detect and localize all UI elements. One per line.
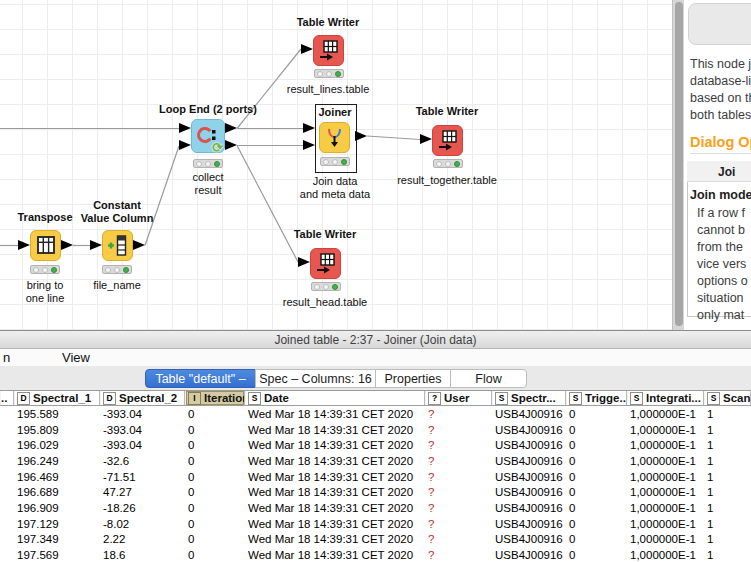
node-label-result-lines: result_lines.table [287,83,370,95]
cell: -8.02 [100,518,185,530]
table-row[interactable]: 196.029-393.040Wed Mar 18 14:39:31 CET 2… [0,437,751,453]
cell: 1 [704,408,751,420]
column-header-Spectral_2[interactable]: DSpectral_2 [100,391,185,405]
transpose-icon [31,231,60,260]
table-row[interactable]: 195.809-393.040Wed Mar 18 14:39:31 CET 2… [0,422,751,438]
input-port[interactable] [301,44,313,54]
table-row[interactable]: 196.469-71.510Wed Mar 18 14:39:31 CET 20… [0,469,751,485]
node-label-result-head: result_head.table [283,296,367,308]
cell: USB4J00916 [492,486,566,498]
input-port[interactable] [179,140,191,150]
node-icon-table-writer-together[interactable] [432,125,463,156]
cell: Wed Mar 18 14:39:31 CET 2020 [245,455,425,467]
node-label-result-together: result_together.table [397,174,497,186]
cell: 1 [704,533,751,545]
cell: ? [425,502,492,514]
column-type-icon: D [103,392,116,405]
table-row[interactable]: 197.3492.220Wed Mar 18 14:39:31 CET 2020… [0,532,751,548]
output-port[interactable] [225,123,237,133]
cell: 0 [185,502,245,514]
window-title: Joined table - 2:37 - Joiner (Join data) [0,331,751,349]
tab-spec[interactable]: Spec – Columns: 16 [255,369,376,388]
cell: 1 [704,549,751,561]
node-icon-constant-value-column[interactable] [102,230,133,261]
table-body: 195.589-393.040Wed Mar 18 14:39:31 CET 2… [0,406,751,562]
input-port[interactable] [18,240,30,250]
node-icon-table-writer-lines[interactable] [313,35,344,66]
column-header-Spectral_1[interactable]: DSpectral_1 [14,391,100,405]
node-icon-table-writer-head[interactable] [310,248,341,279]
table-writer-icon [314,36,343,65]
column-header-Scans[interactable]: SScans [704,391,751,405]
output-port[interactable] [355,131,367,141]
cell: 0 [566,549,627,561]
column-type-icon: D [17,392,30,405]
column-header-Date[interactable]: SDate [245,391,425,405]
cell: 2.22 [100,533,185,545]
input-port[interactable] [303,140,315,150]
output-port[interactable] [225,140,237,150]
cell: 47.27 [100,486,185,498]
cell: 1 [704,471,751,483]
column-header-label: Date [264,392,289,404]
cell: 0 [185,471,245,483]
column-header-Spectr[interactable]: SSpectr... [492,391,566,405]
node-title-table-writer-lines: Table Writer [297,16,360,28]
cell: Wed Mar 18 14:39:31 CET 2020 [245,502,425,514]
output-port[interactable] [133,240,145,250]
table-row[interactable]: 196.249-32.60Wed Mar 18 14:39:31 CET 202… [0,453,751,469]
cell: 1,000000E-1 [627,533,704,545]
column-header-label: Spectr... [511,392,556,404]
tab-flow-variables[interactable]: Flow Variables [450,369,527,388]
cell: -393.04 [100,424,185,436]
node-title-joiner: Joiner [318,106,351,118]
cell: ? [425,455,492,467]
cell: 0 [185,533,245,545]
menu-item-view[interactable]: View [62,350,90,365]
cell: 1,000000E-1 [627,518,704,530]
table-row[interactable]: 197.56918.60Wed Mar 18 14:39:31 CET 2020… [0,547,751,562]
cell: USB4J00916 [492,471,566,483]
node-icon-joiner[interactable] [319,122,350,153]
node-description-panel: This node j database-like based on th bo… [684,0,751,330]
column-type-icon: S [495,392,508,405]
node-title-loop-end: Loop End (2 ports) [159,103,257,115]
input-port[interactable] [298,257,310,267]
vertical-scrollbar[interactable] [672,0,684,330]
table-row[interactable]: 196.68947.270Wed Mar 18 14:39:31 CET 202… [0,484,751,500]
cell: 197.569 [14,549,100,561]
column-header-Trigge[interactable]: STrigge... [566,391,627,405]
tab-properties[interactable]: Properties [375,369,451,388]
table-row[interactable]: 197.129-8.020Wed Mar 18 14:39:31 CET 202… [0,516,751,532]
table-row[interactable]: 195.589-393.040Wed Mar 18 14:39:31 CET 2… [0,406,751,422]
cell: 0 [185,408,245,420]
workflow-canvas[interactable]: Table Writer result_lines.table Loop End… [0,0,672,330]
column-header-rowid[interactable]: .. [0,391,14,405]
column-header-User[interactable]: ?User [425,391,492,405]
input-port[interactable] [303,123,315,133]
output-port[interactable] [61,240,73,250]
vertical-scrollbar-thumb[interactable] [675,2,683,326]
column-type-icon: S [707,392,720,405]
cell: 1 [704,502,751,514]
cell: Wed Mar 18 14:39:31 CET 2020 [245,439,425,451]
cell: 0 [566,502,627,514]
option-text-line: If a row f [697,206,745,220]
input-port[interactable] [420,134,432,144]
cell: Wed Mar 18 14:39:31 CET 2020 [245,486,425,498]
tab-table-default[interactable]: Table "default" – Rows: 25536 [145,369,256,388]
cell: 0 [566,408,627,420]
column-header-Iteration[interactable]: IIteration [185,391,245,405]
table-row[interactable]: 196.909-18.260Wed Mar 18 14:39:31 CET 20… [0,500,751,516]
node-icon-transpose[interactable] [30,230,61,261]
input-port[interactable] [90,240,102,250]
input-port[interactable] [179,123,191,133]
column-header-Integrati[interactable]: SIntegrati... [627,391,704,405]
cell: 1,000000E-1 [627,471,704,483]
node-label-file-name: file_name [93,279,141,291]
joiner-icon [320,123,349,152]
menu-item-partial[interactable]: n [3,350,10,365]
node-preview-box [688,3,751,45]
node-label-join-data: Join data [313,175,358,187]
cell: ? [425,518,492,530]
